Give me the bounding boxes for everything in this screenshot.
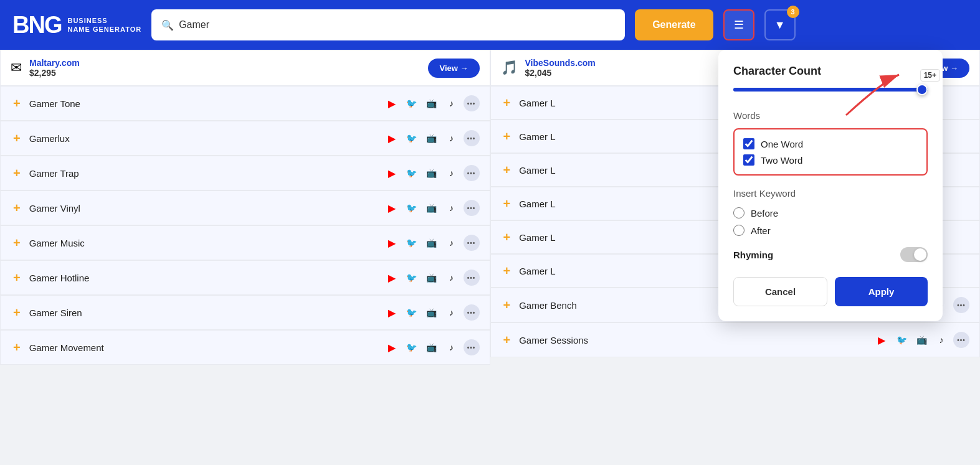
more-icon[interactable]: ••• — [464, 95, 480, 111]
add-icon[interactable]: + — [501, 231, 513, 243]
list-item: +Gamer Siren▶🐦📺♪••• — [0, 295, 490, 330]
list-item: +Gamerlux▶🐦📺♪••• — [0, 121, 490, 156]
more-icon[interactable]: ••• — [464, 235, 480, 251]
add-icon[interactable]: + — [11, 271, 23, 284]
youtube-icon[interactable]: ▶ — [384, 130, 400, 146]
name-text: Gamerlux — [29, 133, 378, 144]
tiktok-icon[interactable]: ♪ — [444, 339, 460, 355]
more-icon[interactable]: ••• — [464, 304, 480, 321]
twitter-icon[interactable]: 🐦 — [404, 270, 420, 286]
before-radio[interactable] — [733, 207, 745, 218]
tiktok-icon[interactable]: ♪ — [444, 165, 460, 181]
generate-button[interactable]: Generate — [635, 9, 713, 40]
twitch-icon[interactable]: 📺 — [424, 165, 440, 181]
one-word-label: One Word — [761, 139, 803, 149]
apply-button[interactable]: Apply — [835, 277, 928, 306]
twitch-icon[interactable]: 📺 — [424, 235, 440, 251]
twitter-icon[interactable]: 🐦 — [404, 165, 420, 181]
two-word-option: Two Word — [743, 152, 918, 168]
twitch-icon[interactable]: 📺 — [424, 270, 440, 286]
character-count-slider[interactable]: 15+ — [733, 88, 928, 92]
panel-title: Character Count — [733, 65, 928, 78]
youtube-icon[interactable]: ▶ — [384, 165, 400, 181]
slider-thumb[interactable]: 15+ — [916, 84, 928, 95]
more-icon[interactable]: ••• — [953, 332, 969, 348]
youtube-icon[interactable]: ▶ — [384, 304, 400, 321]
name-text: Gamer Movement — [29, 342, 378, 353]
cancel-button[interactable]: Cancel — [733, 277, 827, 306]
youtube-icon[interactable]: ▶ — [873, 332, 890, 348]
tiktok-icon[interactable]: ♪ — [444, 130, 460, 146]
social-icons: ▶🐦📺♪••• — [384, 339, 480, 355]
twitter-icon[interactable]: 🐦 — [404, 339, 420, 355]
tiktok-icon[interactable]: ♪ — [933, 332, 949, 348]
add-icon[interactable]: + — [11, 202, 23, 214]
tiktok-icon[interactable]: ♪ — [444, 200, 460, 216]
twitch-icon[interactable]: 📺 — [424, 339, 440, 355]
ad-view-left[interactable]: View → — [428, 59, 479, 78]
twitch-icon[interactable]: 📺 — [913, 332, 930, 348]
list-item: +Gamer Movement▶🐦📺♪••• — [0, 330, 490, 365]
ad-price-left: $2,295 — [29, 68, 421, 78]
tiktok-icon[interactable]: ♪ — [444, 270, 460, 286]
more-icon[interactable]: ••• — [464, 339, 480, 355]
search-input[interactable] — [179, 19, 615, 31]
add-icon[interactable]: + — [501, 334, 513, 346]
filter-panel: Character Count 15+ Words One Word Two W… — [718, 50, 943, 321]
add-icon[interactable]: + — [11, 237, 23, 249]
youtube-icon[interactable]: ▶ — [384, 339, 400, 355]
more-icon[interactable]: ••• — [464, 270, 480, 286]
after-option: After — [733, 225, 928, 236]
twitter-icon[interactable]: 🐦 — [404, 200, 420, 216]
rhyming-toggle[interactable] — [900, 247, 928, 262]
mailary-logo: ✉ — [11, 60, 22, 76]
add-icon[interactable]: + — [501, 130, 513, 143]
youtube-icon[interactable]: ▶ — [384, 270, 400, 286]
options-button[interactable]: ☰ — [723, 9, 754, 40]
add-icon[interactable]: + — [501, 197, 513, 210]
twitter-icon[interactable]: 🐦 — [404, 95, 420, 111]
after-radio[interactable] — [733, 225, 745, 236]
tiktok-icon[interactable]: ♪ — [444, 304, 460, 321]
add-icon[interactable]: + — [11, 167, 23, 179]
slider-fill — [733, 88, 928, 92]
twitter-icon[interactable]: 🐦 — [404, 304, 420, 321]
twitter-icon[interactable]: 🐦 — [404, 235, 420, 251]
add-icon[interactable]: + — [501, 299, 513, 311]
more-icon[interactable]: ••• — [464, 200, 480, 216]
filter-button[interactable]: ▼ 3 — [764, 9, 796, 40]
add-icon[interactable]: + — [11, 306, 23, 319]
left-column: ✉ Maltary.com $2,295 View → +Gamer Tone▶… — [0, 50, 490, 465]
name-text: Gamer Hotline — [29, 273, 378, 283]
filter-icon: ▼ — [774, 19, 786, 32]
tiktok-icon[interactable]: ♪ — [444, 235, 460, 251]
more-icon[interactable]: ••• — [953, 297, 969, 313]
more-icon[interactable]: ••• — [464, 165, 480, 181]
two-word-checkbox[interactable] — [743, 154, 754, 166]
twitch-icon[interactable]: 📺 — [424, 130, 440, 146]
name-text: Gamer Trap — [29, 168, 378, 179]
youtube-icon[interactable]: ▶ — [384, 235, 400, 251]
add-icon[interactable]: + — [501, 96, 513, 109]
words-label: Words — [733, 110, 928, 121]
slider-track: 15+ — [733, 88, 928, 92]
logo-area: BNG BUSINESS NAME GENERATOR — [12, 13, 141, 37]
twitch-icon[interactable]: 📺 — [424, 304, 440, 321]
youtube-icon[interactable]: ▶ — [384, 200, 400, 216]
add-icon[interactable]: + — [11, 97, 23, 110]
add-icon[interactable]: + — [501, 164, 513, 176]
twitter-icon[interactable]: 🐦 — [404, 130, 420, 146]
add-icon[interactable]: + — [501, 265, 513, 277]
social-icons: ▶🐦📺♪••• — [384, 130, 480, 146]
more-icon[interactable]: ••• — [464, 130, 480, 146]
one-word-checkbox[interactable] — [743, 138, 754, 149]
tiktok-icon[interactable]: ♪ — [444, 95, 460, 111]
twitter-icon[interactable]: 🐦 — [893, 332, 910, 348]
youtube-icon[interactable]: ▶ — [384, 95, 400, 111]
add-icon[interactable]: + — [11, 341, 23, 354]
twitch-icon[interactable]: 📺 — [424, 95, 440, 111]
list-item: +Gamer Hotline▶🐦📺♪••• — [0, 260, 490, 295]
vibesounds-logo: 🎵 — [501, 60, 518, 76]
add-icon[interactable]: + — [11, 132, 23, 144]
twitch-icon[interactable]: 📺 — [424, 200, 440, 216]
